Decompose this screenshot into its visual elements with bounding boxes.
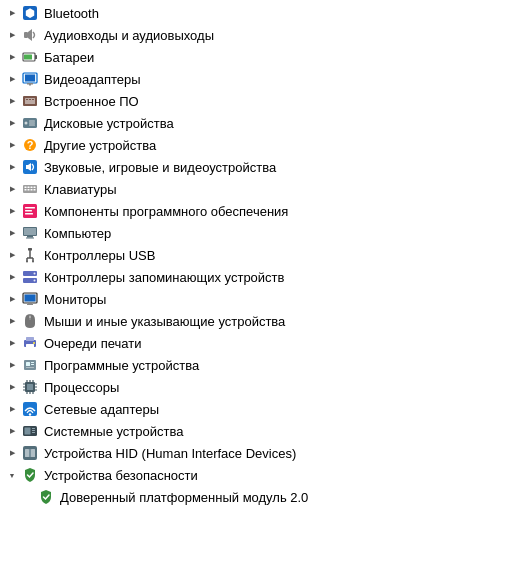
chevron-icon-display[interactable] bbox=[4, 71, 20, 87]
device-label-software: Компоненты программного обеспечения bbox=[44, 204, 288, 219]
device-label-storage: Контроллеры запоминающих устройств bbox=[44, 270, 284, 285]
chevron-icon-audio[interactable] bbox=[4, 27, 20, 43]
device-item-usb[interactable]: Контроллеры USB bbox=[0, 244, 505, 266]
svg-rect-31 bbox=[31, 189, 33, 191]
svg-rect-26 bbox=[28, 187, 30, 189]
svg-rect-83 bbox=[32, 432, 35, 433]
svg-rect-36 bbox=[25, 213, 33, 215]
device-icon-monitors bbox=[20, 289, 40, 309]
chevron-icon-keyboards[interactable] bbox=[4, 181, 20, 197]
device-item-display[interactable]: Видеоадаптеры bbox=[0, 68, 505, 90]
chevron-icon-monitors[interactable] bbox=[4, 291, 20, 307]
chevron-icon-hid[interactable] bbox=[4, 445, 20, 461]
svg-rect-15 bbox=[32, 99, 34, 100]
svg-rect-51 bbox=[27, 304, 33, 305]
chevron-icon-processor[interactable] bbox=[4, 379, 20, 395]
svg-rect-55 bbox=[26, 337, 34, 341]
device-icon-diskdrives bbox=[20, 113, 40, 133]
device-label-processor: Процессоры bbox=[44, 380, 119, 395]
device-item-storage[interactable]: Контроллеры запоминающих устройств bbox=[0, 266, 505, 288]
device-item-processor[interactable]: Процессоры bbox=[0, 376, 505, 398]
device-label-audio: Аудиовходы и аудиовыходы bbox=[44, 28, 214, 43]
svg-rect-19 bbox=[29, 123, 35, 124]
device-label-other: Другие устройства bbox=[44, 138, 156, 153]
device-label-hid: Устройства HID (Human Interface Devices) bbox=[44, 446, 296, 461]
device-icon-display bbox=[20, 69, 40, 89]
svg-point-53 bbox=[29, 316, 31, 318]
device-label-firmware: Встроенное ПО bbox=[44, 94, 139, 109]
device-icon-usb bbox=[20, 245, 40, 265]
chevron-icon-storage[interactable] bbox=[4, 269, 20, 285]
chevron-icon-network[interactable] bbox=[4, 401, 20, 417]
svg-rect-12 bbox=[25, 98, 35, 104]
svg-rect-27 bbox=[31, 187, 33, 189]
device-item-mice[interactable]: Мыши и иные указывающие устройства bbox=[0, 310, 505, 332]
chevron-icon-battery[interactable] bbox=[4, 49, 20, 65]
chevron-icon-firmware[interactable] bbox=[4, 93, 20, 109]
device-icon-security bbox=[20, 465, 40, 485]
svg-rect-18 bbox=[29, 121, 35, 122]
device-item-other[interactable]: ? Другие устройства bbox=[0, 134, 505, 156]
device-icon-tpm bbox=[36, 487, 56, 507]
svg-rect-49 bbox=[25, 295, 36, 302]
svg-rect-14 bbox=[29, 99, 31, 100]
device-item-security[interactable]: Устройства безопасности bbox=[0, 464, 505, 486]
chevron-icon-print[interactable] bbox=[4, 335, 20, 351]
svg-rect-60 bbox=[31, 362, 34, 363]
device-icon-computer bbox=[20, 223, 40, 243]
device-item-system[interactable]: Системные устройства bbox=[0, 420, 505, 442]
device-item-software[interactable]: Компоненты программного обеспечения bbox=[0, 200, 505, 222]
device-label-battery: Батареи bbox=[44, 50, 94, 65]
chevron-icon-mice[interactable] bbox=[4, 313, 20, 329]
device-label-swdevice: Программные устройства bbox=[44, 358, 199, 373]
device-item-hid[interactable]: Устройства HID (Human Interface Devices) bbox=[0, 442, 505, 464]
device-icon-storage bbox=[20, 267, 40, 287]
svg-rect-28 bbox=[34, 187, 36, 189]
device-item-sound[interactable]: Звуковые, игровые и видеоустройства bbox=[0, 156, 505, 178]
device-item-swdevice[interactable]: Программные устройства bbox=[0, 354, 505, 376]
device-item-computer[interactable]: Компьютер bbox=[0, 222, 505, 244]
device-icon-battery bbox=[20, 47, 40, 67]
device-item-monitors[interactable]: Мониторы bbox=[0, 288, 505, 310]
device-label-network: Сетевые адаптеры bbox=[44, 402, 159, 417]
device-item-network[interactable]: Сетевые адаптеры bbox=[0, 398, 505, 420]
svg-rect-61 bbox=[31, 364, 34, 365]
svg-rect-87 bbox=[29, 449, 31, 457]
device-item-firmware[interactable]: Встроенное ПО bbox=[0, 90, 505, 112]
svg-rect-81 bbox=[32, 428, 35, 429]
device-item-audio[interactable]: Аудиовходы и аудиовыходы bbox=[0, 24, 505, 46]
svg-point-46 bbox=[34, 273, 36, 275]
chevron-icon-system[interactable] bbox=[4, 423, 20, 439]
chevron-icon-swdevice[interactable] bbox=[4, 357, 20, 373]
svg-rect-39 bbox=[27, 236, 33, 238]
svg-point-78 bbox=[29, 413, 31, 415]
svg-point-47 bbox=[34, 280, 36, 282]
device-icon-print bbox=[20, 333, 40, 353]
svg-rect-35 bbox=[25, 210, 32, 212]
device-icon-firmware bbox=[20, 91, 40, 111]
device-item-bluetooth[interactable]: ⬢ Bluetooth bbox=[0, 2, 505, 24]
chevron-icon-computer[interactable] bbox=[4, 225, 20, 241]
chevron-icon-sound[interactable] bbox=[4, 159, 20, 175]
device-icon-hid bbox=[20, 443, 40, 463]
device-icon-bluetooth: ⬢ bbox=[20, 3, 40, 23]
chevron-icon-diskdrives[interactable] bbox=[4, 115, 20, 131]
chevron-icon-usb[interactable] bbox=[4, 247, 20, 263]
chevron-icon-software[interactable] bbox=[4, 203, 20, 219]
device-item-print[interactable]: Очереди печати bbox=[0, 332, 505, 354]
chevron-icon-other[interactable] bbox=[4, 137, 20, 153]
svg-rect-41 bbox=[28, 248, 32, 251]
svg-rect-80 bbox=[25, 428, 31, 435]
svg-rect-30 bbox=[28, 189, 30, 191]
device-icon-swdevice bbox=[20, 355, 40, 375]
device-item-keyboards[interactable]: Клавиатуры bbox=[0, 178, 505, 200]
device-item-battery[interactable]: Батареи bbox=[0, 46, 505, 68]
device-item-diskdrives[interactable]: Дисковые устройства bbox=[0, 112, 505, 134]
chevron-icon-security[interactable] bbox=[4, 467, 20, 483]
svg-rect-50 bbox=[28, 303, 32, 304]
svg-rect-38 bbox=[24, 228, 36, 235]
device-label-security: Устройства безопасности bbox=[44, 468, 198, 483]
svg-rect-13 bbox=[26, 99, 28, 100]
device-item-tpm[interactable]: Доверенный платформенный модуль 2.0 bbox=[0, 486, 505, 508]
chevron-icon-bluetooth[interactable] bbox=[4, 5, 20, 21]
